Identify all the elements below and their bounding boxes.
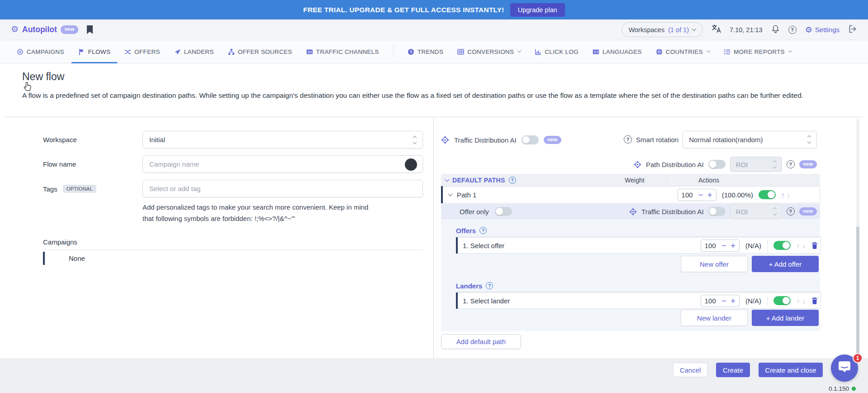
create-button[interactable]: Create (716, 363, 750, 377)
offer-weight-value[interactable]: 100 (705, 242, 717, 249)
tab-click-log[interactable]: CLICK LOG (535, 40, 579, 63)
help-icon[interactable]: ? (788, 26, 797, 34)
create-and-close-button[interactable]: Create and close (759, 363, 823, 377)
shuffle-icon (124, 48, 131, 55)
bookmark-icon[interactable] (86, 25, 93, 34)
move-down-icon[interactable]: ↓ (802, 242, 806, 249)
tab-traffic-channels[interactable]: Ad TRAFFIC CHANNELS (306, 40, 379, 63)
tab-more-reports[interactable]: MORE REPORTS (724, 40, 792, 63)
campaigns-value: None (69, 254, 85, 262)
select-chevrons-icon (773, 161, 776, 168)
page-title: New flow (22, 71, 64, 83)
plus-icon[interactable]: + (730, 241, 735, 250)
new-badge: new (799, 207, 817, 216)
color-picker-dot[interactable] (405, 158, 417, 171)
add-lander-button[interactable]: + Add lander (752, 310, 819, 326)
help-icon[interactable]: ? (787, 207, 795, 216)
tab-conversions[interactable]: CONVERSIONS (457, 40, 521, 63)
main-nav: CAMPAIGNS FLOWS OFFERS LANDERS OFFER SOU… (0, 40, 868, 63)
translate-icon[interactable] (711, 24, 721, 35)
plus-icon[interactable]: + (730, 297, 735, 305)
traffic-ai-toggle[interactable] (522, 135, 539, 144)
offer-select[interactable]: 1. Select offer (463, 242, 504, 249)
default-paths-title-wrap[interactable]: DEFAULT PATHS ? (446, 174, 516, 187)
flow-name-input[interactable] (149, 160, 416, 168)
new-offer-button[interactable]: New offer (681, 256, 748, 272)
delete-lander-icon[interactable] (811, 297, 818, 305)
add-offer-button[interactable]: + Add offer (752, 256, 819, 272)
delete-offer-icon[interactable] (811, 242, 818, 249)
chevron-down-icon[interactable] (448, 192, 453, 196)
move-up-icon[interactable]: ↑ (781, 192, 785, 198)
help-icon[interactable]: ? (479, 227, 487, 234)
path-weight-value[interactable]: 100 (682, 191, 694, 199)
new-lander-button[interactable]: New lander (681, 310, 748, 326)
header-right: Workspaces (1 of 1) 7.10, 21:13 ? ⚙ (621, 22, 857, 37)
move-down-icon[interactable]: ↓ (802, 297, 806, 304)
cancel-button[interactable]: Cancel (673, 363, 707, 377)
tags-input[interactable] (149, 185, 416, 192)
move-up-icon[interactable]: ↑ (797, 297, 800, 304)
help-icon[interactable]: ? (787, 160, 795, 168)
minus-icon[interactable]: − (698, 191, 703, 199)
chevron-down-icon (692, 27, 697, 31)
brand-name: Autopilot (22, 25, 57, 34)
workspaces-count: (1 of 1) (668, 26, 689, 34)
version-number: 0.1.150 (829, 385, 849, 392)
default-paths-title: DEFAULT PATHS (452, 177, 505, 184)
offer-only-toggle[interactable] (495, 207, 512, 216)
paper-plane-icon (174, 48, 181, 55)
help-icon[interactable]: ? (486, 282, 493, 289)
lander-select[interactable]: 1. Select lander (463, 297, 510, 305)
workspaces-selector[interactable]: Workspaces (1 of 1) (621, 22, 703, 37)
workspaces-label: Workspaces (629, 26, 665, 34)
tab-trends[interactable]: TRENDS (408, 40, 443, 63)
minus-icon[interactable]: − (721, 241, 726, 250)
brand-new-badge: new (61, 25, 78, 34)
path-percent: (100.00%) (722, 191, 753, 199)
tab-countries[interactable]: COUNTRIES (656, 40, 710, 63)
move-down-icon[interactable]: ↓ (787, 192, 791, 198)
lander-weight-value[interactable]: 100 (705, 297, 717, 305)
lander-enabled-toggle[interactable] (773, 296, 791, 305)
tags-label: Tags (43, 185, 57, 193)
tab-landers[interactable]: LANDERS (174, 40, 214, 63)
path-enabled-toggle[interactable] (759, 190, 776, 199)
smart-rotation-label: Smart rotation (636, 136, 678, 144)
path-ai-toggle[interactable] (708, 160, 726, 169)
brand[interactable]: ⚙ Autopilot new (11, 25, 78, 34)
help-icon[interactable]: ? (509, 177, 516, 184)
tab-offer-sources[interactable]: OFFER SOURCES (228, 40, 292, 63)
divider (43, 249, 423, 250)
ai-brain-icon (634, 161, 641, 168)
select-chevrons-icon (808, 136, 811, 143)
minus-icon[interactable]: − (721, 297, 726, 305)
path-ai-label: Path Distribution AI (646, 161, 704, 168)
move-up-icon[interactable]: ↑ (797, 242, 800, 249)
tab-offers[interactable]: OFFERS (124, 40, 160, 63)
ad-square-icon: Ad (306, 48, 313, 55)
promo-text: FREE TRIAL. UPGRADE & GET FULL ACCESS IN… (303, 6, 504, 14)
chevron-down-icon (707, 49, 710, 53)
chevron-down-icon (788, 49, 792, 53)
notifications-bell-icon[interactable] (771, 24, 780, 35)
smart-rotation-select[interactable]: Normal rotation(random) (683, 131, 817, 149)
path-row: Path 1 100 − + (100.00%) ↑ ↓ (441, 186, 820, 203)
plus-icon[interactable]: + (707, 191, 712, 199)
datetime: 7.10, 21:13 (730, 26, 763, 34)
tab-campaigns[interactable]: CAMPAIGNS (17, 40, 64, 63)
tab-languages[interactable]: A LANGUAGES (593, 40, 642, 63)
traffic-distribution-ai: Traffic Distribution AI new (441, 131, 561, 149)
offer-enabled-toggle[interactable] (773, 241, 791, 250)
help-icon[interactable]: ? (624, 135, 632, 144)
tab-flows[interactable]: FLOWS (78, 40, 111, 63)
scrollbar-thumb[interactable] (856, 226, 859, 357)
workspace-select[interactable]: Initial (142, 131, 423, 149)
upgrade-plan-button[interactable]: Upgrade plan (510, 3, 565, 17)
optional-badge: OPTIONAL (63, 185, 96, 193)
logout-icon[interactable] (848, 24, 857, 35)
path-traffic-ai-toggle[interactable] (708, 207, 726, 216)
select-chevrons-icon (773, 208, 776, 215)
settings-button[interactable]: ⚙ Settings (805, 26, 840, 34)
add-default-path-button[interactable]: Add default path (441, 334, 521, 349)
